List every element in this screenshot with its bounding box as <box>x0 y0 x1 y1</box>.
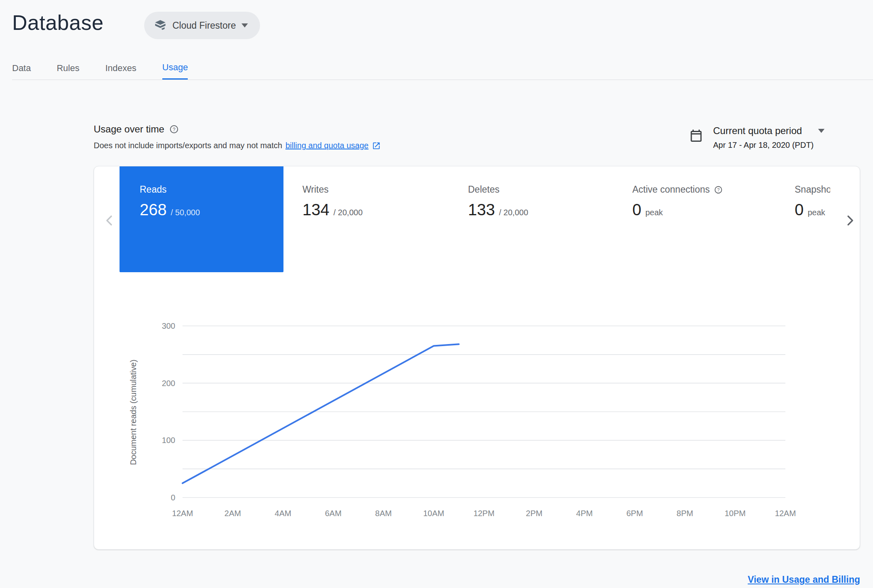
chevron-down-icon <box>241 23 248 27</box>
view-usage-billing-link[interactable]: View in Usage and Billing <box>748 574 860 585</box>
quota-chevron-down-icon <box>818 129 825 133</box>
metric-snapshot-listeners-label: Snapshot listeners <box>795 184 830 195</box>
svg-text:10AM: 10AM <box>423 509 444 518</box>
metric-snapshot-listeners-quota: peak <box>808 208 825 217</box>
metric-active-connections-value: 0 <box>632 201 641 219</box>
billing-quota-link[interactable]: billing and quota usage <box>285 141 369 150</box>
metric-reads-label: Reads <box>140 184 166 195</box>
svg-text:8AM: 8AM <box>375 509 392 518</box>
usage-chart-svg: 010020030012AM2AM4AM6AM8AM10AM12PM2PM4PM… <box>94 307 860 533</box>
carousel-right-chevron[interactable] <box>843 213 857 228</box>
metric-active-connections-quota: peak <box>645 208 663 217</box>
firestore-icon <box>154 19 167 32</box>
database-selector-label: Cloud Firestore <box>172 20 236 31</box>
metric-deletes-label: Deletes <box>468 184 499 195</box>
svg-text:2AM: 2AM <box>225 509 241 518</box>
usage-card: Reads 268 / 50,000 Writes 134 / 20,000 D… <box>94 166 860 550</box>
svg-text:200: 200 <box>162 379 175 388</box>
tab-rules[interactable]: Rules <box>57 57 79 80</box>
metric-reads-quota: / 50,000 <box>171 208 200 217</box>
help-icon[interactable]: ? <box>714 185 723 194</box>
firestore-usage-page: Database Cloud Firestore Data Rules Inde… <box>0 0 873 588</box>
tab-usage[interactable]: Usage <box>162 57 188 80</box>
quota-period-label: Current quota period <box>713 125 802 136</box>
svg-text:4PM: 4PM <box>576 509 593 518</box>
external-link-icon <box>372 141 381 150</box>
metric-active-connections-label: Active connections <box>632 184 710 195</box>
metric-reads[interactable]: Reads 268 / 50,000 <box>120 166 283 272</box>
tab-bar: Data Rules Indexes Usage <box>12 57 188 80</box>
svg-text:12PM: 12PM <box>473 509 494 518</box>
metric-reads-value: 268 <box>140 201 167 219</box>
svg-text:100: 100 <box>162 436 175 445</box>
svg-text:6AM: 6AM <box>325 509 342 518</box>
calendar-icon <box>689 128 703 143</box>
metric-snapshot-listeners[interactable]: Snapshot listeners 0 peak <box>795 166 830 219</box>
svg-text:?: ? <box>717 187 720 192</box>
svg-text:12AM: 12AM <box>172 509 193 518</box>
tab-indexes[interactable]: Indexes <box>105 57 136 80</box>
metric-writes-value: 134 <box>302 201 329 219</box>
database-selector[interactable]: Cloud Firestore <box>144 12 260 39</box>
metric-writes[interactable]: Writes 134 / 20,000 <box>302 166 363 219</box>
metric-deletes[interactable]: Deletes 133 / 20,000 <box>468 166 528 219</box>
usage-over-time-title: Usage over time <box>94 124 164 135</box>
usage-description: Does not include imports/exports and may… <box>94 141 381 150</box>
usage-description-text: Does not include imports/exports and may… <box>94 141 282 150</box>
metric-snapshot-listeners-value: 0 <box>795 201 804 219</box>
svg-text:10PM: 10PM <box>724 509 745 518</box>
quota-period-selector[interactable]: Current quota period Apr 17 - Apr 18, 20… <box>689 125 825 150</box>
help-icon[interactable]: ? <box>169 124 179 134</box>
tab-divider <box>12 80 873 80</box>
svg-text:2PM: 2PM <box>526 509 542 518</box>
svg-text:0: 0 <box>171 493 175 502</box>
svg-text:6PM: 6PM <box>626 509 643 518</box>
svg-text:12AM: 12AM <box>775 509 796 518</box>
tab-data[interactable]: Data <box>12 57 31 80</box>
metric-writes-quota: / 20,000 <box>334 208 363 217</box>
svg-text:?: ? <box>172 127 175 132</box>
svg-text:300: 300 <box>162 321 175 330</box>
metric-deletes-value: 133 <box>468 201 495 219</box>
page-title: Database <box>12 10 104 35</box>
carousel-left-chevron[interactable] <box>102 213 117 228</box>
metric-deletes-quota: / 20,000 <box>499 208 528 217</box>
quota-period-range: Apr 17 - Apr 18, 2020 (PDT) <box>713 141 825 150</box>
metric-writes-label: Writes <box>302 184 329 195</box>
metric-active-connections[interactable]: Active connections ? 0 peak <box>632 166 723 219</box>
svg-text:8PM: 8PM <box>677 509 693 518</box>
svg-text:4AM: 4AM <box>275 509 291 518</box>
